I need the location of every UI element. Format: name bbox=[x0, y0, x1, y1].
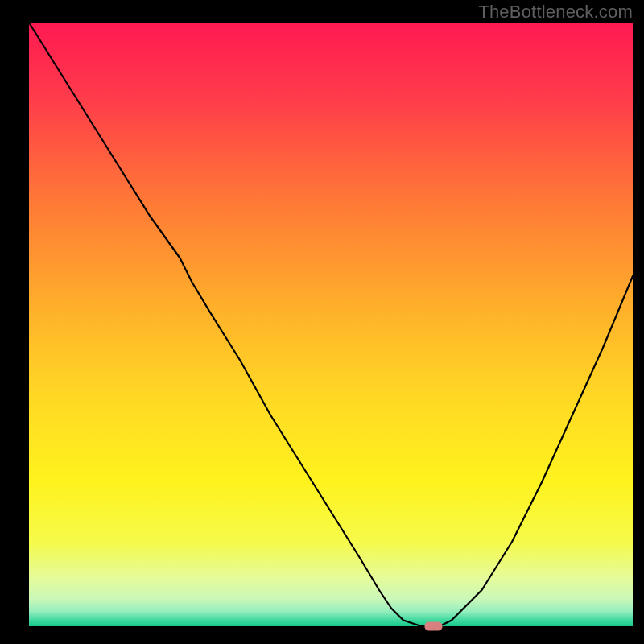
gradient-background bbox=[29, 23, 633, 626]
watermark-text: TheBottleneck.com bbox=[478, 2, 633, 23]
minimum-marker bbox=[425, 622, 443, 631]
chart-frame: { "watermark": "TheBottleneck.com", "plo… bbox=[0, 0, 644, 644]
chart-svg bbox=[0, 0, 644, 644]
